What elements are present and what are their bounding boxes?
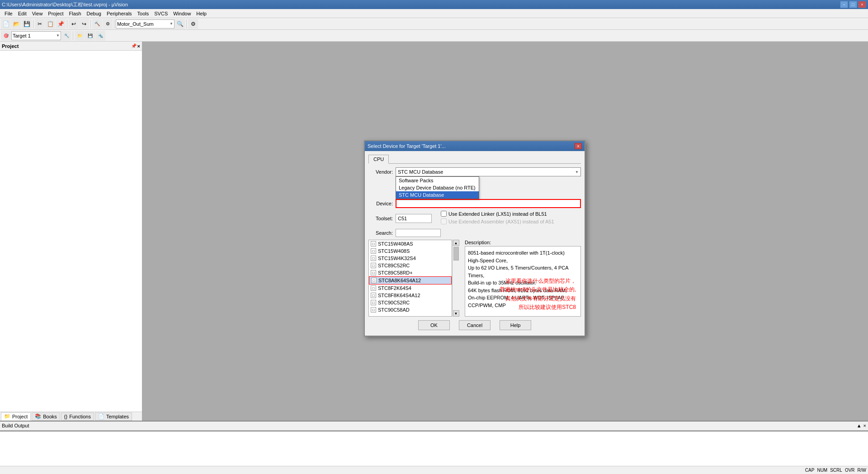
device-item-3[interactable]: □ STC89C52RC: [369, 262, 452, 269]
checkbox-linker-row: Use Extended Linker (LX51) instead of BL…: [441, 211, 581, 217]
build-icon[interactable]: 🔨: [92, 19, 102, 29]
menu-view[interactable]: View: [29, 10, 46, 17]
cut-icon[interactable]: ✂: [35, 19, 45, 29]
ok-button[interactable]: OK: [418, 320, 450, 330]
target-dropdown[interactable]: Target 1 ▼: [11, 31, 61, 40]
sep5: [186, 19, 187, 28]
new-file-icon[interactable]: 📄: [1, 19, 11, 29]
device-item-9[interactable]: □ STC90C58AD: [369, 306, 452, 313]
device-list-area: □ STC15W408AS □ STC15W408S □: [368, 240, 581, 317]
checkbox-assembler[interactable]: [441, 218, 447, 224]
sep3: [90, 19, 91, 28]
checkbox-1: □: [371, 248, 376, 254]
save-icon[interactable]: 💾: [22, 19, 32, 29]
tab-templates[interactable]: 📄 Templates: [95, 412, 132, 421]
close-window-button[interactable]: ×: [858, 1, 866, 8]
menu-file[interactable]: File: [2, 10, 15, 17]
device-list-scrollbar[interactable]: ▲ ▼: [452, 240, 459, 317]
caps-indicator: CAP: [805, 468, 815, 473]
minimize-button[interactable]: −: [840, 1, 848, 8]
menu-debug[interactable]: Debug: [84, 10, 104, 17]
cancel-button[interactable]: Cancel: [459, 320, 491, 330]
checkbox-linker[interactable]: [441, 211, 447, 217]
search-row: Search:: [368, 229, 581, 237]
device-item-4[interactable]: □ STC89C58RD+: [369, 269, 452, 276]
menu-edit[interactable]: Edit: [15, 10, 29, 17]
scroll-up-arrow[interactable]: ▲: [453, 240, 459, 246]
vendor-dropdown[interactable]: STC MCU Database ▼: [396, 167, 581, 176]
scrl-indicator: SCRL: [830, 468, 842, 473]
build-output-controls: ▲ ×: [857, 423, 866, 428]
menu-peripherals[interactable]: Peripherals: [104, 10, 135, 17]
tab-project[interactable]: 📁 Project: [1, 412, 31, 421]
panel-close-btn[interactable]: ×: [137, 43, 140, 49]
option-legacy[interactable]: Legacy Device Database (no RTE): [396, 184, 479, 191]
device-item-8[interactable]: □ STC90C52RC: [369, 299, 452, 306]
panel-content: [0, 51, 142, 412]
copy-icon[interactable]: 📋: [45, 19, 55, 29]
books-tab-label: Books: [43, 414, 57, 419]
device-item-6[interactable]: □ STC8F2K64S4: [369, 284, 452, 292]
checkbox-6: □: [371, 285, 376, 291]
scroll-down-arrow[interactable]: ▼: [453, 310, 459, 317]
device-item-0[interactable]: □ STC15W408AS: [369, 240, 452, 247]
panel-title: Project: [2, 43, 19, 49]
panel-header: Project 📌 ×: [0, 42, 142, 51]
device-name-7: STC8F8K64S4A12: [378, 293, 420, 298]
menu-tools[interactable]: Tools: [135, 10, 152, 17]
help-button[interactable]: Help: [500, 320, 531, 330]
paste-icon[interactable]: 📌: [56, 19, 66, 29]
build-output-title: Build Output: [2, 423, 29, 428]
vendor-label: Vendor:: [368, 169, 396, 175]
maximize-button[interactable]: □: [849, 1, 857, 8]
option-stc-mcu[interactable]: STC MCU Database: [396, 191, 479, 199]
title-bar: C:\Users\Administrator\Desktop\工程\test.u…: [0, 0, 868, 9]
device-item-7[interactable]: □ STC8F8K64S4A12: [369, 292, 452, 299]
redo-icon[interactable]: ↪: [79, 19, 89, 29]
scroll-thumb[interactable]: [453, 247, 459, 261]
cpu-tab[interactable]: CPU: [368, 155, 389, 164]
function-dropdown[interactable]: Motor_Out_Sum ▼: [116, 19, 175, 28]
target-dropdown-value: Target 1: [13, 33, 31, 38]
build-section: Build Output ▲ ×: [0, 421, 868, 466]
target-icon[interactable]: 🎯: [1, 31, 11, 41]
open-icon[interactable]: 📂: [11, 19, 21, 29]
device-item-5[interactable]: □ STC8A8K64S4A12: [369, 276, 452, 284]
menu-window[interactable]: Window: [170, 10, 193, 17]
menu-project[interactable]: Project: [45, 10, 66, 17]
tab-books[interactable]: 📚 Books: [32, 412, 60, 421]
undo-icon[interactable]: ↩: [69, 19, 79, 29]
checkbox-3: □: [371, 263, 376, 268]
menu-flash[interactable]: Flash: [66, 10, 84, 17]
device-name-5: STC8A8K64S4A12: [378, 278, 421, 283]
menu-svcs[interactable]: SVCS: [151, 10, 170, 17]
checkbox-7: □: [371, 293, 376, 298]
bottom-tabs: 📁 Project 📚 Books {} Functions 📄 Templat…: [0, 412, 142, 421]
panel-pin-btn[interactable]: 📌: [131, 43, 137, 49]
target-options-icon[interactable]: 🔧: [61, 31, 71, 41]
search-input[interactable]: [396, 229, 441, 237]
manage-icon[interactable]: 📁: [75, 31, 85, 41]
dialog-close-button[interactable]: ×: [575, 143, 582, 149]
functions-tab-label: Functions: [69, 414, 91, 419]
menu-help[interactable]: Help: [193, 10, 209, 17]
device-input[interactable]: [396, 199, 581, 208]
components-icon[interactable]: 🔩: [95, 31, 105, 41]
settings-icon[interactable]: ⚙: [188, 19, 198, 29]
checkbox-2: □: [371, 256, 376, 261]
target-arrow-icon: ▼: [56, 33, 60, 38]
device-item-2[interactable]: □ STC15W4K32S4: [369, 255, 452, 262]
left-panel: Project 📌 × 📁 Project 📚 Books: [0, 42, 142, 421]
database-dropdown-popup: Software Packs Legacy Device Database (n…: [396, 176, 479, 199]
build-expand-icon[interactable]: ▲: [857, 423, 862, 428]
project-tab-icon: 📁: [4, 413, 10, 419]
select-device-icon[interactable]: 💾: [85, 31, 95, 41]
find-icon[interactable]: 🔍: [175, 19, 185, 29]
build-close-icon[interactable]: ×: [863, 423, 866, 428]
rebuild-icon[interactable]: ⚙: [103, 19, 113, 29]
device-item-1[interactable]: □ STC15W408S: [369, 247, 452, 255]
tab-functions[interactable]: {} Functions: [61, 412, 94, 421]
option-software-packs[interactable]: Software Packs: [396, 177, 479, 184]
description-title: Description:: [465, 240, 581, 245]
books-tab-icon: 📚: [35, 413, 41, 419]
